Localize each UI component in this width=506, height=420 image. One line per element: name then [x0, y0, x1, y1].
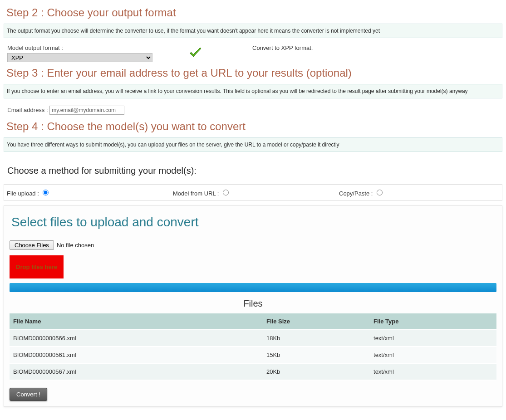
step2-info: The output format you choose will determ…: [4, 24, 502, 38]
drop-zone[interactable]: Drop files here: [10, 255, 64, 278]
step3-heading: Step 3 : Enter your email address to get…: [6, 67, 502, 79]
method-paste-cell: Copy/Paste :: [336, 185, 502, 201]
email-label: Email address :: [7, 107, 48, 113]
choose-method-heading: Choose a method for submitting your mode…: [7, 166, 502, 176]
step4-info: You have three different ways to submit …: [4, 137, 502, 152]
col-file-type: File Type: [370, 313, 496, 330]
upload-panel-heading: Select files to upload and convert: [11, 215, 496, 230]
cell-file-name: BIOMD0000000561.xml: [10, 347, 263, 364]
convert-button[interactable]: Convert !: [10, 388, 47, 401]
cell-file-size: 20Kb: [263, 364, 370, 381]
cell-file-name: BIOMD0000000566.xml: [10, 330, 263, 347]
method-url-radio[interactable]: [223, 190, 229, 195]
choose-files-button[interactable]: Choose Files: [10, 240, 54, 250]
table-row: BIOMD0000000561.xml 15Kb text/xml: [10, 347, 496, 364]
col-file-name: File Name: [10, 313, 263, 330]
cell-file-name: BIOMD0000000567.xml: [10, 364, 263, 381]
step3-info: If you choose to enter an email address,…: [4, 84, 502, 98]
email-field[interactable]: [49, 106, 124, 115]
cell-file-type: text/xml: [370, 364, 496, 381]
col-file-size: File Size: [263, 313, 370, 330]
convert-to-text: Convert to XPP format.: [252, 44, 313, 51]
no-file-chosen-text: No file chosen: [57, 242, 94, 249]
output-format-label: Model output format :: [7, 44, 63, 51]
step2-heading: Step 2 : Choose your output format: [6, 6, 502, 19]
method-upload-cell: File upload :: [4, 185, 170, 201]
method-paste-radio[interactable]: [377, 190, 383, 195]
cell-file-size: 18Kb: [263, 330, 370, 347]
method-url-label: Model from URL :: [173, 190, 219, 197]
files-table: File Name File Size File Type BIOMD00000…: [10, 313, 496, 381]
cell-file-size: 15Kb: [263, 347, 370, 364]
step4-heading: Step 4 : Choose the model(s) you want to…: [6, 120, 502, 133]
method-url-cell: Model from URL :: [170, 185, 336, 201]
method-upload-radio[interactable]: [43, 190, 49, 195]
cell-file-type: text/xml: [370, 330, 496, 347]
cell-file-type: text/xml: [370, 347, 496, 364]
table-row: BIOMD0000000566.xml 18Kb text/xml: [10, 330, 496, 347]
checkmark-icon: [189, 47, 202, 59]
table-row: BIOMD0000000567.xml 20Kb text/xml: [10, 364, 496, 381]
method-upload-label: File upload :: [7, 190, 39, 197]
output-format-select[interactable]: XPP: [7, 53, 152, 62]
method-table: File upload : Model from URL : Copy/Past…: [4, 184, 502, 201]
upload-panel: Select files to upload and convert Choos…: [4, 205, 502, 407]
method-paste-label: Copy/Paste :: [339, 190, 373, 197]
progress-bar: [10, 283, 496, 292]
files-heading: Files: [10, 298, 496, 309]
